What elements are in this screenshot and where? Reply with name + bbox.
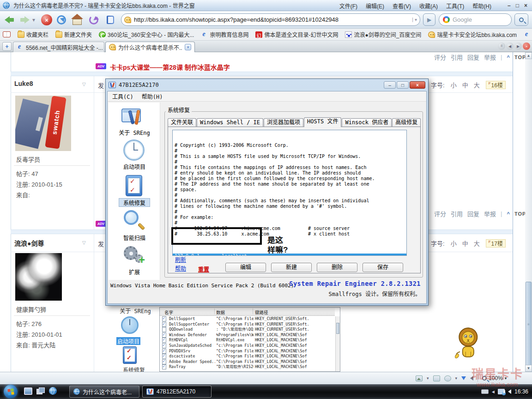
filter-icon[interactable] [444, 375, 451, 381]
menu-item[interactable]: 编辑(E) [366, 2, 384, 10]
startup-items-icon[interactable] [123, 139, 145, 161]
post-action-link[interactable]: 评分 [434, 53, 446, 61]
sidebar-item-startup[interactable]: 启动项目 [109, 163, 160, 170]
post-action-link[interactable]: 回复 [467, 209, 479, 218]
close-button[interactable]: × [524, 2, 527, 9]
help-link[interactable]: 帮助 [175, 264, 186, 272]
page-images-icon[interactable] [416, 375, 423, 381]
favorite-item[interactable]: 收藏夹栏 [18, 30, 48, 38]
pages-icon[interactable] [433, 375, 440, 381]
repair-tab[interactable]: 文件关联 [168, 118, 196, 127]
restore-button[interactable]: □ [516, 2, 519, 9]
sidebar-item-scan[interactable]: 智能扫描 [109, 234, 160, 242]
fontsize-option[interactable]: 小 [451, 80, 457, 89]
fontsize-option[interactable]: 大 [474, 80, 480, 89]
fontsize-option[interactable]: 中 [462, 80, 468, 89]
show-desktop-icon[interactable] [24, 387, 32, 395]
forward-button[interactable] [18, 13, 31, 27]
scroll-down-icon[interactable]: ▼ [525, 365, 532, 372]
address-input[interactable] [134, 16, 412, 23]
dialog-titlebar[interactable]: 47B12E5A2170 – □ × [106, 79, 428, 91]
fontsize-option[interactable]: 中 [462, 239, 468, 248]
dialog-menu-item[interactable]: 工具(C) [112, 92, 133, 100]
tray-expand-icon[interactable]: ◀ [492, 390, 495, 394]
menu-item[interactable]: 工具(T) [446, 2, 464, 10]
search-box[interactable] [439, 13, 512, 26]
dialog-minimize-button[interactable]: – [384, 81, 396, 89]
top-link[interactable]: TOP [514, 211, 526, 217]
stop-button[interactable]: × [40, 13, 54, 27]
scroll-up-icon[interactable]: ▲ [525, 52, 532, 59]
scrollbar-thumb[interactable]: ≡ [526, 282, 532, 367]
top-link[interactable]: TOP [514, 54, 526, 60]
volume-tray-icon[interactable] [508, 389, 511, 394]
post-action-link[interactable]: 引用 [451, 53, 463, 61]
search-input[interactable] [453, 16, 503, 23]
restore-session-button[interactable] [87, 13, 101, 27]
minimize-button[interactable]: – [508, 2, 511, 9]
dialog-button[interactable]: 新建 [271, 263, 312, 272]
start-button[interactable] [4, 385, 18, 399]
favorites-book-icon[interactable] [3, 31, 11, 37]
window-switcher-icon[interactable] [36, 387, 45, 395]
menu-item[interactable]: 帮助(H) [472, 2, 491, 10]
dialog-menu-item[interactable]: 帮助(H) [142, 92, 163, 100]
fontsize-option[interactable]: 小 [451, 239, 457, 248]
collapse-icon[interactable]: ▽ [82, 82, 86, 87]
repair-tab[interactable]: Winsock 供应者 [342, 118, 392, 127]
tab-active-virus-thread[interactable]: 为什么这个病毒老是杀不... × [105, 42, 195, 52]
hosts-entry-row[interactable]: 127.0.0.1 localhost [173, 254, 406, 256]
fontsize-option[interactable]: 大 [474, 239, 480, 248]
repair-tab[interactable]: 浏览器加载项 [264, 118, 303, 127]
taskbar-button-sreng[interactable]: 47B12E5A2170 [142, 386, 212, 398]
favorite-item[interactable]: 新建文件夹 [55, 30, 92, 38]
favorite-item[interactable]: 崇明教育信息网 [201, 30, 248, 38]
back-button[interactable] [3, 13, 17, 27]
refresh-link[interactable]: 刷新 [175, 255, 186, 263]
post-action-link[interactable]: 评分 [434, 209, 446, 218]
address-bar[interactable]: |▾ [121, 13, 420, 26]
refresh-button[interactable] [54, 13, 68, 27]
dialog-restore-button[interactable]: □ [397, 81, 409, 89]
favorite-item[interactable]: 死神 [524, 30, 532, 38]
dropdown-icon[interactable]: ▾ [455, 376, 458, 381]
browser-quicklaunch-icon[interactable] [49, 387, 57, 395]
favorite-item[interactable]: 佛本是道全文目录-幻世中文网 [255, 30, 338, 38]
bookmarks-button[interactable] [103, 13, 117, 27]
tab-scroll-left-button[interactable]: ◀ [506, 42, 514, 50]
smart-scan-icon[interactable] [123, 210, 145, 232]
menu-item[interactable]: 查看(V) [393, 2, 411, 10]
reset-link[interactable]: 重置 [198, 265, 209, 273]
tab-5566[interactable]: 5566.net_中国精彩网址大全 -... [13, 42, 104, 52]
post-action-link[interactable]: 回复 [467, 53, 479, 61]
post-author-name[interactable]: Luke8 [14, 80, 33, 87]
dropdown-icon[interactable]: ▾ [427, 376, 429, 381]
sidebar-item-repair[interactable]: 系统修复 [119, 198, 150, 207]
system-repair-icon[interactable] [126, 175, 142, 196]
extensions-icon[interactable]: + [123, 245, 145, 266]
tab-scroll-right-button[interactable]: ▶ [514, 42, 522, 50]
zoom-dropdown-icon[interactable]: ▾ [505, 376, 507, 381]
post-action-link[interactable]: 引用 [451, 209, 463, 218]
menu-item[interactable]: 文件(F) [339, 2, 357, 10]
favorite-item[interactable]: 流浪●剑尊的空间_百度空间 [345, 30, 421, 38]
address-dropdown-icon[interactable]: ▾ [415, 17, 417, 22]
dialog-button[interactable]: 编辑 [225, 263, 266, 272]
post-action-link[interactable]: 举报 [484, 53, 496, 61]
search-button[interactable] [514, 13, 528, 26]
keyboard-tray-icon[interactable] [481, 389, 489, 394]
history-dropdown[interactable]: ▾ [30, 13, 37, 27]
taskbar-button-browser[interactable]: 为什么这个病毒老... [69, 386, 139, 398]
ad-link[interactable]: 卡卡ps大课堂——第28课 制作冰蓝水晶字 [110, 62, 230, 72]
post-author-name[interactable]: 流浪●剑尊 [14, 238, 44, 248]
collapse-icon[interactable]: ▽ [82, 240, 86, 245]
favorite-item[interactable]: 360论坛_360安全中心 - 国内最大... [99, 30, 194, 38]
repair-tab[interactable]: 高级修复 [392, 118, 421, 127]
sidebar-item-extensions[interactable]: 扩展 [109, 268, 160, 276]
page-scrollbar[interactable]: ▲ ≡ ▼ [525, 52, 532, 372]
go-button[interactable]: ▶ [423, 13, 435, 26]
favorite-item[interactable]: 瑞星卡卡安全论坛bbs.ikaka.com [428, 30, 517, 38]
post-action-link[interactable]: 举报 [484, 209, 496, 218]
tab-close-icon[interactable]: × [185, 44, 191, 50]
dialog-button[interactable]: 删除 [317, 263, 357, 272]
